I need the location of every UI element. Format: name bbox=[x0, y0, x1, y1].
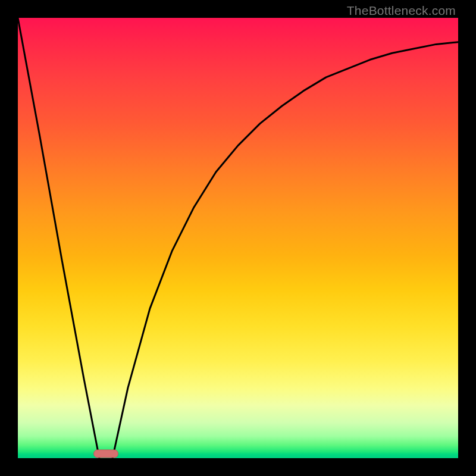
chart-stage: TheBottleneck.com bbox=[0, 0, 476, 476]
right-branch-curve bbox=[112, 42, 458, 458]
optimal-marker bbox=[94, 450, 118, 458]
left-branch-curve bbox=[18, 18, 99, 458]
curves-layer bbox=[18, 18, 458, 458]
watermark-text: TheBottleneck.com bbox=[347, 4, 456, 18]
plot-area bbox=[18, 18, 458, 458]
